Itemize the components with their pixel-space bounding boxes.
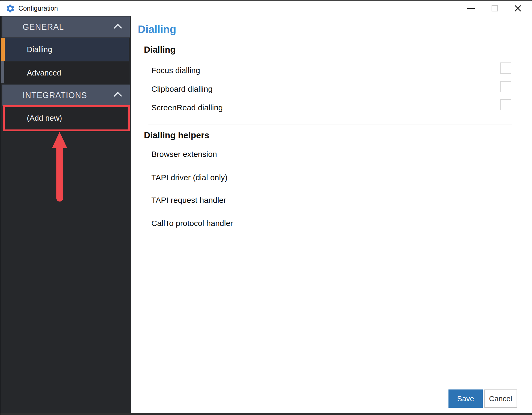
sidebar-scroll-indicator [1,61,4,83]
sidebar-section-label: INTEGRATIONS [23,91,87,100]
helper-row-tapi-request-handler: TAPI request handler Enable [151,191,532,209]
minimize-button[interactable] [459,1,483,16]
sidebar-item-advanced[interactable]: Advanced [5,62,129,84]
window-bottom-border [0,413,532,415]
close-button[interactable] [506,1,530,16]
annotation-highlight-box [3,105,130,131]
clipboard-dialling-checkbox[interactable] [500,81,511,92]
chevron-up-icon [114,24,122,32]
window-title: Configuration [18,5,58,12]
page-title: Dialling [138,23,176,35]
cancel-button[interactable]: Cancel [484,389,517,408]
chevron-up-icon [114,92,122,100]
save-button[interactable]: Save [448,389,483,408]
browser-extension-label: Browser extension [151,150,217,159]
close-icon [514,5,522,12]
focus-dialling-label: Focus dialling [151,66,200,75]
callto-protocol-handler-label: CallTo protocol handler [151,219,233,228]
maximize-button[interactable] [483,1,506,16]
section-heading-dialling-helpers: Dialling helpers [144,130,209,140]
gear-icon [6,4,15,13]
section-divider [148,124,512,124]
clipboard-dialling-label: Clipboard dialling [151,85,213,94]
annotation-arrow-icon [52,132,67,148]
footer-actions: Save Cancel [448,389,517,408]
maximize-icon [492,5,498,11]
window-controls [459,1,530,16]
sidebar-item-label: Advanced [27,69,61,77]
section-heading-dialling: Dialling [144,45,176,55]
main-content: Dialling Dialling Focus dialling Clipboa… [131,16,532,413]
sidebar-section-integrations[interactable]: INTEGRATIONS [2,85,130,106]
selected-item-indicator [1,38,5,61]
minimize-icon [467,8,475,9]
annotation-arrow-shaft [56,146,63,202]
helper-row-browser-extension: Browser extension Download [151,145,532,164]
screenread-dialling-checkbox[interactable] [500,99,511,110]
tapi-request-handler-label: TAPI request handler [151,196,226,205]
title-bar[interactable]: Configuration [0,1,532,16]
sidebar-item-dialling[interactable]: Dialling [5,38,129,61]
sidebar: GENERAL Dialling Advanced INTEGRATIONS (… [0,16,131,413]
tapi-driver-label: TAPI driver (dial only) [151,173,227,182]
sidebar-section-general[interactable]: GENERAL [2,16,130,37]
sidebar-section-label: GENERAL [23,22,64,32]
screenread-dialling-label: ScreenRead dialling [151,103,223,112]
focus-dialling-checkbox[interactable] [500,62,511,74]
helper-row-callto-protocol-handler: CallTo protocol handler Disable [151,214,532,233]
sidebar-item-label: Dialling [27,45,52,54]
configuration-window: Configuration GENERAL Dialling Advanced … [0,0,532,415]
helper-row-tapi-driver: TAPI driver (dial only) Enable [151,168,532,187]
